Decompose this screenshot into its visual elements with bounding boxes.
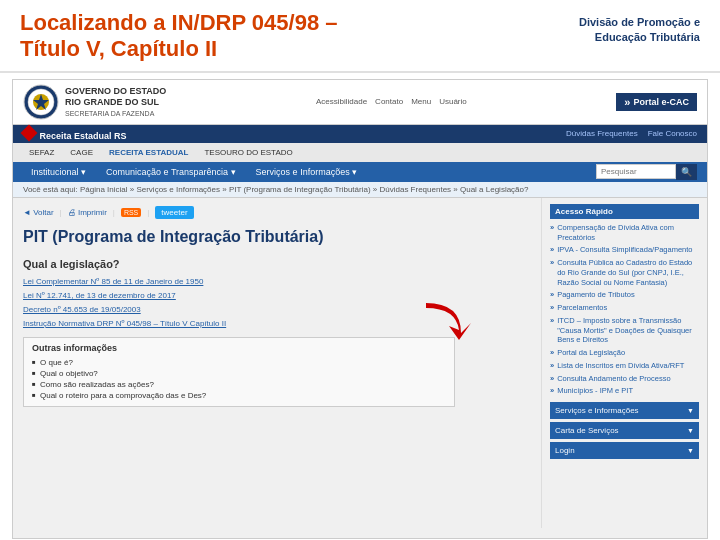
leg-link-3[interactable]: Decreto nº 45.653 de 19/05/2003 xyxy=(23,305,141,314)
title-line2: Título V, Capítulo II xyxy=(20,36,217,61)
gov-logo-area: GOVERNO DO ESTADO RIO GRANDE DO SUL SECR… xyxy=(23,84,166,120)
portal-ecac[interactable]: » Portal e-CAC xyxy=(616,93,697,111)
double-arrow-icon: » xyxy=(624,96,630,108)
menu-institucional[interactable]: Institucional ▾ xyxy=(23,162,94,182)
other-info-title: Outras informações xyxy=(32,343,446,353)
secretaria-label: SECRETARIA DA FAZENDA xyxy=(65,109,166,118)
receita-links: Dúvidas Frequentes Fale Conosco xyxy=(566,129,697,138)
dropdown-login[interactable]: Login xyxy=(550,442,699,459)
separator1: | xyxy=(60,208,62,217)
info-item-2[interactable]: Qual o objetivo? xyxy=(32,368,446,379)
imprimir-button[interactable]: 🖨 Imprimir xyxy=(68,208,107,217)
right-sidebar: Acesso Rápido Compensação de Dívida Ativ… xyxy=(542,198,707,528)
info-item-3[interactable]: Como são realizadas as ações? xyxy=(32,379,446,390)
diamond-icon xyxy=(21,124,38,141)
main-menu-bar: Institucional ▾ Comunicação e Transparên… xyxy=(13,162,707,182)
sidebar-dropdowns: Serviços e Informações Carta de Serviços… xyxy=(550,402,699,459)
leg-item-1[interactable]: Lei Complementar Nº 85 de 11 de Janeiro … xyxy=(23,276,531,287)
section-title: Qual a legislação? xyxy=(23,258,531,270)
sidebar-link-4[interactable]: Parcelamentos xyxy=(550,303,699,313)
nav-menu: Menu xyxy=(411,97,431,106)
sidebar-link-5[interactable]: ITCD – Imposto sobre a Transmissão "Caus… xyxy=(550,316,699,345)
other-info-box: Outras informações O que é? Qual o objet… xyxy=(23,337,455,407)
leg-link-2[interactable]: Lei Nº 12.741, de 13 de dezembro de 2017 xyxy=(23,291,176,300)
rss-icon: RSS xyxy=(121,208,141,217)
search-input[interactable] xyxy=(596,164,676,179)
browser-screenshot: GOVERNO DO ESTADO RIO GRANDE DO SUL SECR… xyxy=(12,79,708,539)
separator2: | xyxy=(113,208,115,217)
leg-item-4[interactable]: Instrução Normativa DRP Nº 045/98 – Títu… xyxy=(23,318,531,329)
tools-bar: ◄ Voltar | 🖨 Imprimir | RSS | tweeter xyxy=(23,206,531,219)
separator3: | xyxy=(147,208,149,217)
portal-ecac-label: Portal e-CAC xyxy=(633,97,689,107)
sidebar-link-6[interactable]: Portal da Legislação xyxy=(550,348,699,358)
receita-logo: Receita Estadual RS xyxy=(23,127,127,141)
left-content: ◄ Voltar | 🖨 Imprimir | RSS | tweeter PI… xyxy=(13,198,542,528)
gov-header: GOVERNO DO ESTADO RIO GRANDE DO SUL SECR… xyxy=(13,80,707,125)
top-header: Localizando a IN/DRP 045/98 – Título V, … xyxy=(0,0,720,73)
legislation-list: Lei Complementar Nº 85 de 11 de Janeiro … xyxy=(23,276,531,330)
red-arrow-icon xyxy=(421,298,471,343)
subtitle-line2: Educação Tributária xyxy=(579,30,700,45)
nav-acessibilidade: Acessibilidade xyxy=(316,97,367,106)
main-title: Localizando a IN/DRP 045/98 – Título V, … xyxy=(20,10,338,63)
breadcrumb-text: Você está aqui: Página Inicial » Serviço… xyxy=(23,185,528,194)
sidebar-link-8[interactable]: Consulta Andamento de Processo xyxy=(550,374,699,384)
nav-contato: Contato xyxy=(375,97,403,106)
dropdown-carta[interactable]: Carta de Serviços xyxy=(550,422,699,439)
sidebar-link-0[interactable]: Compensação de Dívida Ativa com Precatór… xyxy=(550,223,699,243)
gov-text: GOVERNO DO ESTADO RIO GRANDE DO SUL SECR… xyxy=(65,86,166,118)
main-content: ◄ Voltar | 🖨 Imprimir | RSS | tweeter PI… xyxy=(13,198,707,528)
sidebar-link-7[interactable]: Lista de Inscritos em Dívida Ativa/RFT xyxy=(550,361,699,371)
other-info-list: O que é? Qual o objetivo? Como são reali… xyxy=(32,357,446,401)
leg-link-1[interactable]: Lei Complementar Nº 85 de 11 de Janeiro … xyxy=(23,277,203,286)
sidebar-link-2[interactable]: Consulta Pública ao Cadastro do Estado d… xyxy=(550,258,699,287)
receita-label: Receita Estadual RS xyxy=(40,131,127,141)
title-line1: Localizando a IN/DRP 045/98 – xyxy=(20,10,338,35)
menu-search-area: 🔍 xyxy=(596,164,697,180)
menu-comunicacao[interactable]: Comunicação e Transparência ▾ xyxy=(98,162,244,182)
sidebar-title: Acesso Rápido xyxy=(550,204,699,219)
top-menu-bar: SEFAZ CAGE RECEITA ESTADUAL TESOURO DO E… xyxy=(13,143,707,162)
receita-bar: Receita Estadual RS Dúvidas Frequentes F… xyxy=(13,125,707,143)
menu-tesouro[interactable]: TESOURO DO ESTADO xyxy=(198,145,298,160)
gov-seal xyxy=(23,84,59,120)
twitter-button[interactable]: tweeter xyxy=(155,206,193,219)
menu-sefaz[interactable]: SEFAZ xyxy=(23,145,60,160)
estado-label: GOVERNO DO ESTADO xyxy=(65,86,166,98)
menu-servicos[interactable]: Serviços e Informações ▾ xyxy=(248,162,366,182)
sidebar-link-9[interactable]: Municípios - IPM e PIT xyxy=(550,386,699,396)
breadcrumb: Você está aqui: Página Inicial » Serviço… xyxy=(13,182,707,198)
sidebar-link-1[interactable]: IPVA - Consulta Simplificada/Pagamento xyxy=(550,245,699,255)
page-title: PIT (Programa de Integração Tributária) xyxy=(23,227,531,248)
link-fale-conosco[interactable]: Fale Conosco xyxy=(648,129,697,138)
nav-usuario: Usuário xyxy=(439,97,467,106)
rio-grande-label: RIO GRANDE DO SUL xyxy=(65,97,166,109)
rss-button[interactable]: RSS xyxy=(121,208,141,217)
info-item-4[interactable]: Qual o roteiro para a comprovação das e … xyxy=(32,390,446,401)
menu-cage[interactable]: CAGE xyxy=(64,145,99,160)
sidebar-link-3[interactable]: Pagamento de Tributos xyxy=(550,290,699,300)
search-button[interactable]: 🔍 xyxy=(676,164,697,180)
subtitle-line1: Divisão de Promoção e xyxy=(579,15,700,30)
header-left: Localizando a IN/DRP 045/98 – Título V, … xyxy=(20,10,338,63)
link-duvidas[interactable]: Dúvidas Frequentes xyxy=(566,129,638,138)
gov-nav-top: Acessibilidade Contato Menu Usuário xyxy=(316,97,467,106)
dropdown-servicos[interactable]: Serviços e Informações xyxy=(550,402,699,419)
menu-receita-estadual[interactable]: RECEITA ESTADUAL xyxy=(103,145,194,160)
leg-link-4[interactable]: Instrução Normativa DRP Nº 045/98 – Títu… xyxy=(23,319,226,328)
info-item-1[interactable]: O que é? xyxy=(32,357,446,368)
voltar-button[interactable]: ◄ Voltar xyxy=(23,208,54,217)
header-right: Divisão de Promoção e Educação Tributári… xyxy=(579,10,700,46)
